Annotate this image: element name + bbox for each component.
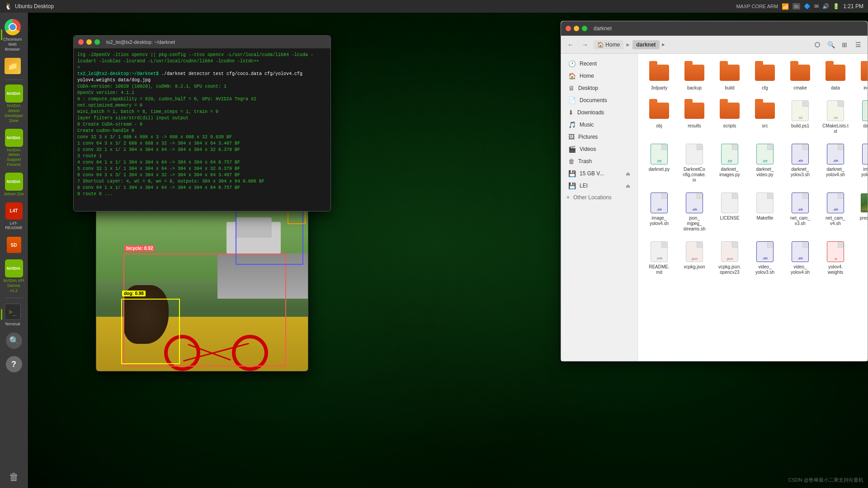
file-item-videoyolov4[interactable]: video_yolov4.sh: [784, 238, 816, 278]
sidebar-item-trash[interactable]: 🗑 Trash: [563, 155, 636, 167]
file-item-cmake[interactable]: cmake: [784, 59, 816, 94]
taskbar-item-nvidia-dev[interactable]: NVIDIA NVIDIAJetsonDeveloperZone: [2, 83, 26, 125]
file-item-vcpkgjson[interactable]: vcpkg.json: [679, 238, 710, 278]
fm-minimize-btn[interactable]: [574, 26, 579, 31]
fm-view-toggle[interactable]: ⊞: [839, 39, 850, 51]
file-label: net_cam_v4.sh: [826, 216, 845, 226]
file-label: video_yolov3.sh: [755, 264, 774, 275]
sound-icon[interactable]: 🔊: [822, 3, 829, 9]
file-item-vcpkgjson-opencv[interactable]: vcpkg.json.opencv23: [714, 238, 745, 278]
taskbar-item-vpi[interactable]: NVIDIA NVIDIA VPI Demosv1.2: [2, 258, 26, 295]
taskbar-item-jetson-zoo[interactable]: NVIDIA Jetson Zoo: [2, 171, 26, 198]
sidebar-label-desktop: Desktop: [578, 85, 598, 91]
file-item-data[interactable]: data: [820, 59, 851, 94]
bluetooth-icon[interactable]: 🔷: [804, 3, 811, 9]
fm-view-icon[interactable]: [811, 39, 823, 51]
file-item-imageyolov3[interactable]: image_yolov3.sh: [855, 141, 868, 186]
file-item-include[interactable]: include: [855, 59, 868, 94]
file-item-readme[interactable]: README.md: [643, 238, 675, 278]
file-item-darknetvideo[interactable]: darknet_video.py: [749, 141, 781, 186]
fm-toolbar-right: 🔍 ⊞ ☰: [811, 39, 864, 51]
fm-body: 🕐 Recent 🏠 Home 🖥 Desktop 📄 Documents: [561, 54, 868, 361]
fm-maximize-btn[interactable]: [582, 26, 587, 31]
videos-icon: 🎬: [568, 145, 576, 153]
taskbar-item-chromium[interactable]: Chromium Web Browser: [1, 16, 27, 53]
sidebar-item-recent[interactable]: 🕐 Recent: [563, 58, 636, 70]
file-item-darknetyolov3[interactable]: darknet_yolov3.sh: [784, 141, 816, 186]
fm-forward-btn[interactable]: →: [579, 39, 591, 51]
file-item-backup[interactable]: backup: [679, 59, 710, 94]
sidebar-item-videos[interactable]: 🎬 Videos: [563, 143, 636, 155]
sidebar-label-lei: LEI: [580, 183, 588, 189]
sidebar-item-15gb[interactable]: 💾 15 GB V... ⏏: [563, 168, 636, 179]
terminal-minimize-btn[interactable]: [86, 39, 92, 45]
sidebar-item-pictures[interactable]: 🖼 Pictures: [563, 131, 636, 143]
fm-close-btn[interactable]: [566, 26, 571, 31]
file-item-cfg[interactable]: cfg: [749, 59, 781, 94]
file-icon: [721, 144, 738, 164]
file-item-predictions-jpg[interactable]: predictions.jpg: [855, 189, 868, 235]
nvidia-dev-label: NVIDIAJetsonDeveloperZone: [5, 103, 23, 123]
fm-menu-btn[interactable]: ☰: [852, 39, 864, 51]
sidebar-item-lei[interactable]: 💾 LEI ⏏: [563, 180, 636, 192]
sidebar-item-home[interactable]: 🏠 Home: [563, 70, 636, 82]
taskbar-item-trash[interactable]: 🗑: [2, 466, 26, 488]
file-icon: [862, 100, 868, 121]
file-item-netcamv4[interactable]: net_cam_v4.sh: [820, 189, 851, 235]
folder-icon: [826, 65, 845, 81]
file-item-license[interactable]: LICENSE: [714, 189, 745, 235]
file-item-darknet-bin[interactable]: darknet: [855, 97, 868, 137]
file-item-darknetimages[interactable]: darknet_images.py: [714, 141, 745, 186]
file-item-imageyolov4[interactable]: image_yolov4.sh: [643, 189, 675, 235]
file-icon: [827, 100, 844, 121]
taskbar-item-sd[interactable]: SD: [2, 234, 26, 256]
file-item-3rdparty[interactable]: 3rdparty: [643, 59, 675, 94]
battery-icon[interactable]: 🔋: [833, 3, 840, 9]
sidebar-item-downloads[interactable]: ⬇ Downloads: [563, 107, 636, 118]
breadcrumb-darknet[interactable]: darknet: [632, 40, 659, 49]
file-label: LICENSE: [720, 216, 740, 221]
wifi-icon[interactable]: 📶: [782, 3, 789, 10]
file-item-src[interactable]: src: [749, 97, 781, 137]
file-item-weights[interactable]: yolov4.weights: [820, 238, 851, 278]
file-item-darknetconfig[interactable]: DarknetConfig.cmake.in: [679, 141, 710, 186]
taskbar-item-help[interactable]: ?: [2, 353, 26, 375]
file-item-cmakelists[interactable]: CMakeLists.txt: [820, 97, 851, 137]
file-label: vcpkg.json.opencv23: [718, 264, 741, 275]
ubuntu-logo-icon[interactable]: 🐧: [5, 3, 12, 10]
sidebar-item-documents[interactable]: 📄 Documents: [563, 94, 636, 106]
taskbar-item-nvidia-support[interactable]: NVIDIA NVIDIAJetsonSupportForums: [2, 127, 26, 169]
keyboard-layout-indicator[interactable]: In: [793, 3, 800, 9]
taskbar: Chromium Web Browser 📁 NVIDIA NVIDIAJets…: [0, 13, 28, 488]
taskbar-item-search[interactable]: 🔍: [2, 330, 26, 352]
fm-search-btn[interactable]: 🔍: [825, 39, 837, 51]
eject-icon-lei[interactable]: ⏏: [626, 183, 630, 189]
taskbar-item-terminal[interactable]: >_ Terminal: [1, 301, 27, 328]
file-item-obj[interactable]: obj: [643, 97, 675, 137]
taskbar-item-files[interactable]: 📁: [1, 55, 27, 77]
file-item-darknetyolov4[interactable]: darknet_yolov4.sh: [820, 141, 851, 186]
file-item-build[interactable]: build: [714, 59, 745, 94]
file-item-videoyolov3[interactable]: video_yolov3.sh: [749, 238, 781, 278]
terminal-close-btn[interactable]: [78, 39, 84, 45]
sidebar-item-desktop[interactable]: 🖥 Desktop: [563, 82, 636, 94]
sidebar-item-music[interactable]: 🎵 Music: [563, 119, 636, 131]
eject-icon-15gb[interactable]: ⏏: [626, 171, 630, 177]
file-item-results[interactable]: results: [679, 97, 710, 137]
file-label: predictions.jpg: [860, 216, 868, 226]
sidebar-add-location[interactable]: + Other Locations: [561, 192, 637, 203]
fm-back-btn[interactable]: ←: [565, 39, 576, 51]
mail-icon[interactable]: ✉: [814, 3, 819, 9]
file-item-makefile[interactable]: Makefile: [749, 189, 781, 235]
terminal-maximize-btn[interactable]: [94, 39, 100, 45]
file-item-darknetpy[interactable]: darknet.py: [643, 141, 675, 186]
file-item-netcamv3[interactable]: net_cam_v3.sh: [784, 189, 816, 235]
taskbar-item-l4t[interactable]: L4T L4T-README: [2, 200, 26, 233]
terminal-content[interactable]: ltg -lOpenCV -ltios opencv || pkg-config…: [74, 48, 330, 211]
breadcrumb-home[interactable]: 🏠 Home: [594, 40, 623, 49]
drive-icon: 💾: [568, 170, 576, 177]
file-item-jsonmjpeg[interactable]: json_mjpeg_streams.sh: [679, 189, 710, 235]
file-item-buildps1[interactable]: build.ps1: [784, 97, 816, 137]
file-item-scripts[interactable]: scripts: [714, 97, 745, 137]
sidebar-label-home: Home: [580, 73, 594, 79]
